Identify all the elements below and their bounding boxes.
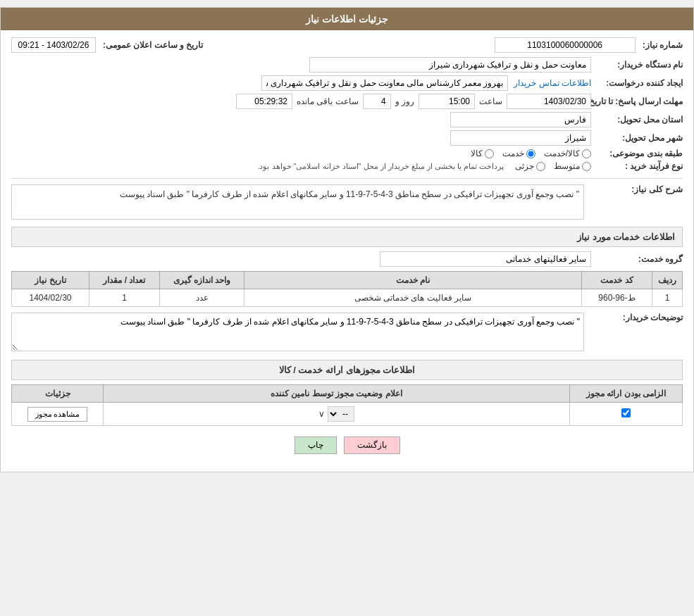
license-detail-cell: مشاهده مجوز [12, 403, 104, 426]
announcement-date-input[interactable] [11, 37, 96, 53]
category-kala[interactable]: کالا [471, 149, 494, 158]
requester-dept-label: نام دستگاه خریدار: [591, 60, 683, 70]
general-desc-value: " نصب وجمع آوری تجهیزات ترافیکی در سطح م… [11, 184, 584, 220]
deadline-label: مهلت ارسال پاسخ: تا تاریخ: [591, 96, 683, 106]
deadline-time-input[interactable] [419, 94, 475, 109]
license-section-title: اطلاعات مجوزهای ارائه خدمت / کالا [11, 360, 683, 380]
purchase-type-partial[interactable]: جزئی [515, 161, 545, 171]
services-table: ردیف کد خدمت نام خدمت واحد اندازه گیری ت… [11, 271, 683, 307]
col-row: ردیف [652, 272, 683, 289]
cell-unit: عدد [160, 289, 244, 307]
cell-code: ط-96-960 [582, 289, 652, 307]
license-col-required: الزامی بودن ارائه مجوز [570, 385, 683, 403]
back-button[interactable]: بازگشت [344, 436, 400, 454]
col-code: کد خدمت [582, 272, 652, 289]
category-khidmat[interactable]: خدمت [502, 149, 535, 158]
footer-buttons: بازگشت چاپ [11, 436, 683, 454]
view-license-button[interactable]: مشاهده مجوز [27, 407, 88, 422]
province-input[interactable] [450, 112, 591, 127]
creator-contact-link[interactable]: اطلاعات تماس خریدار [514, 78, 591, 88]
city-label: شهر محل تحویل: [591, 133, 683, 143]
deadline-remaining-input[interactable] [236, 94, 292, 109]
license-col-detail: جزئیات [12, 385, 104, 403]
requester-dept-input[interactable] [309, 57, 591, 73]
col-unit: واحد اندازه گیری [160, 272, 244, 289]
print-button[interactable]: چاپ [295, 436, 337, 454]
purchase-type-label: نوع فرآیند خرید : [591, 161, 683, 171]
deadline-days-input[interactable] [363, 94, 391, 109]
announcement-date-label: تاریخ و ساعت اعلان عمومی: [103, 40, 203, 50]
cell-name: سایر فعالیت های خدماتی شخصی [244, 289, 582, 307]
deadline-date-input[interactable] [507, 94, 591, 109]
cell-row: 1 [652, 289, 683, 307]
category-kala-khidmat[interactable]: کالا/خدمت [544, 149, 591, 158]
buyer-desc-label: توضیحات خریدار: [591, 313, 683, 322]
creator-input[interactable] [261, 75, 508, 91]
cell-date: 1404/02/30 [12, 289, 89, 307]
table-row: 1 ط-96-960 سایر فعالیت های خدماتی شخصی ع… [12, 289, 683, 307]
purchase-type-note: پرداخت تمام یا بخشی از مبلغ خریدار از مح… [257, 162, 504, 171]
page-title: جزئیات اطلاعات نیاز [306, 13, 388, 25]
services-section-title: اطلاعات خدمات مورد نیاز [11, 227, 683, 247]
license-table: الزامی بودن ارائه مجوز اعلام وضعیت مجوز … [11, 384, 683, 426]
license-required-cell [570, 403, 683, 426]
license-status-cell[interactable]: -- ∨ [104, 403, 570, 426]
col-name: نام خدمت [244, 272, 582, 289]
content-area: شماره نیاز: تاریخ و ساعت اعلان عمومی: نا… [1, 30, 693, 472]
deadline-days-label: روز و [395, 96, 414, 106]
page-wrapper: جزئیات اطلاعات نیاز شماره نیاز: تاریخ و … [0, 7, 694, 472]
page-header: جزئیات اطلاعات نیاز [1, 8, 693, 30]
service-group-input[interactable] [380, 251, 591, 267]
province-label: استان محل تحویل: [591, 115, 683, 125]
need-number-input[interactable] [495, 37, 636, 53]
license-col-status: اعلام وضعیت مجوز توسط نامین کننده [104, 385, 570, 403]
deadline-time-label: ساعت [479, 96, 502, 106]
creator-label: ایجاد کننده درخواست: [591, 78, 683, 88]
general-desc-label: شرح کلی نیاز: [591, 184, 683, 194]
col-quantity: تعداد / مقدار [89, 272, 160, 289]
license-table-row: -- ∨ مشاهده مجوز [12, 403, 683, 426]
col-date: تاریخ نیاز [12, 272, 89, 289]
license-status-select[interactable]: -- [328, 406, 354, 422]
category-label: طبقه بندی موضوعی: [591, 149, 683, 158]
purchase-type-medium[interactable]: متوسط [554, 161, 591, 171]
deadline-remaining-label: ساعت باقی مانده [297, 96, 359, 106]
cell-quantity: 1 [89, 289, 160, 307]
service-group-label: گروه خدمت: [591, 254, 683, 264]
buyer-desc-textarea[interactable] [11, 313, 584, 351]
license-required-checkbox[interactable] [621, 408, 631, 417]
city-input[interactable] [450, 130, 591, 146]
need-number-label: شماره نیاز: [643, 40, 683, 50]
